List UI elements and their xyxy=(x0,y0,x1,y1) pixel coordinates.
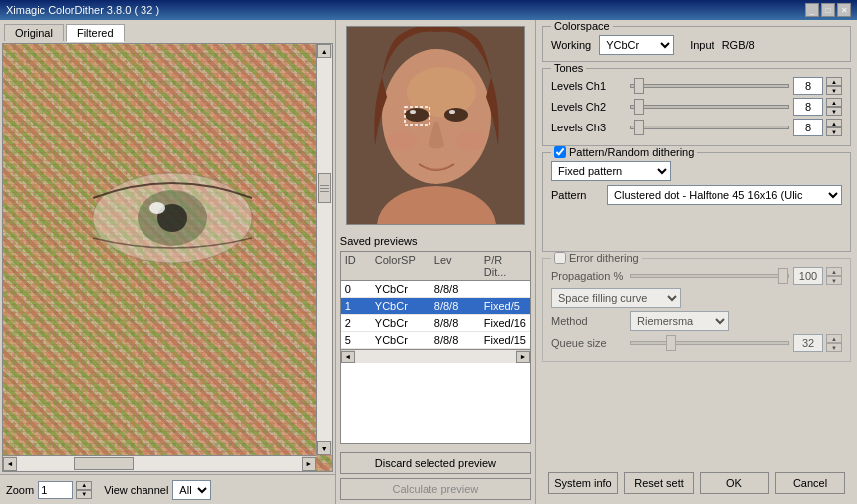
method-label: Method xyxy=(551,315,626,327)
table-row-5[interactable]: 5 YCbCr 8/8/8 Fixed/15 xyxy=(341,332,530,349)
calculate-preview-btn[interactable]: Calculate preview xyxy=(340,478,531,500)
tones-ch1-row: Levels Ch1 8 ▲ ▼ xyxy=(551,77,842,95)
propagation-label: Propagation % xyxy=(551,270,626,282)
ch1-label: Levels Ch1 xyxy=(551,80,626,92)
zoom-label: Zoom xyxy=(6,484,34,496)
scroll-thumb-v[interactable] xyxy=(318,173,331,203)
ch3-up[interactable]: ▲ xyxy=(826,119,842,127)
pattern-select[interactable]: Clustered dot - Halftone 45 16x16 (Ulic … xyxy=(607,185,842,205)
close-btn[interactable]: ✕ xyxy=(837,3,851,17)
scroll-left-btn[interactable]: ◄ xyxy=(3,457,17,471)
propagation-spinner[interactable]: ▲ ▼ xyxy=(826,267,842,285)
scroll-down-btn[interactable]: ▼ xyxy=(317,441,331,455)
colorspace-content: Working YCbCr RGB LAB HSV Input RGB/8 xyxy=(543,27,850,61)
discard-preview-btn[interactable]: Discard selected preview xyxy=(340,452,531,474)
ch1-value: 8 xyxy=(793,77,823,95)
table-scroll-left[interactable]: ◄ xyxy=(341,351,355,363)
table-scroll-right[interactable]: ► xyxy=(516,351,530,363)
zoom-up[interactable]: ▲ xyxy=(76,481,92,490)
horizontal-scrollbar[interactable]: ◄ ► xyxy=(3,455,316,471)
ch1-spinner[interactable]: ▲ ▼ xyxy=(826,77,842,95)
table-scrollbar[interactable]: ◄ ► xyxy=(341,349,530,363)
ch1-down[interactable]: ▼ xyxy=(826,86,842,95)
curve-select[interactable]: Space filling curve Raster Serpentine xyxy=(551,288,681,308)
svg-point-18 xyxy=(456,131,486,151)
ch3-slider-container xyxy=(630,119,789,136)
col-lev: Lev xyxy=(434,254,484,278)
method-select[interactable]: Riemersma Floyd-Steinberg Stucki xyxy=(630,311,729,331)
tones-ch2-row: Levels Ch2 8 ▲ ▼ xyxy=(551,98,842,116)
method-row: Method Riemersma Floyd-Steinberg Stucki xyxy=(551,311,842,331)
svg-point-16 xyxy=(449,110,455,114)
pattern-dithering-group: Pattern/Random dithering Fixed pattern R… xyxy=(542,152,851,252)
error-dithering-content: Propagation % 100 ▲ ▼ Space filling curv… xyxy=(543,259,850,361)
scroll-track-v xyxy=(317,58,332,441)
middle-bottom: Discard selected preview Calculate previ… xyxy=(336,448,535,504)
zoom-input[interactable] xyxy=(38,481,73,499)
ch2-down[interactable]: ▼ xyxy=(826,107,842,116)
queue-up[interactable]: ▲ xyxy=(826,334,842,343)
queue-down[interactable]: ▼ xyxy=(826,343,842,352)
svg-point-8 xyxy=(149,202,165,214)
ch2-spinner[interactable]: ▲ ▼ xyxy=(826,98,842,116)
propagation-row: Propagation % 100 ▲ ▼ xyxy=(551,267,842,285)
zoom-spinner[interactable]: ▲ ▼ xyxy=(76,481,92,499)
col-prdither: P/R Dit... xyxy=(484,254,526,278)
tab-filtered[interactable]: Filtered xyxy=(66,24,125,42)
propagation-slider[interactable] xyxy=(630,274,789,278)
title-bar: Ximagic ColorDither 3.8.0 ( 32 ) _ □ ✕ xyxy=(0,0,857,20)
ch3-slider[interactable] xyxy=(630,126,789,129)
ch3-down[interactable]: ▼ xyxy=(826,127,842,136)
queue-value: 32 xyxy=(793,334,823,352)
ch1-up[interactable]: ▲ xyxy=(826,77,842,86)
error-dithering-checkbox[interactable] xyxy=(554,252,566,264)
minimize-btn[interactable]: _ xyxy=(805,3,819,17)
table-row-2[interactable]: 2 YCbCr 8/8/8 Fixed/16 xyxy=(341,315,530,332)
table-header: ID ColorSP Lev P/R Dit... xyxy=(341,252,530,281)
channel-select[interactable]: All R G B xyxy=(172,480,211,500)
queue-label: Queue size xyxy=(551,337,626,349)
tones-group: Tones Levels Ch1 8 ▲ ▼ Levels Ch2 xyxy=(542,68,851,146)
pattern-type-select[interactable]: Fixed pattern Random pattern Ordered dit… xyxy=(551,161,671,181)
left-panel: Original Filtered xyxy=(0,20,336,504)
vertical-scrollbar[interactable]: ▲ ▼ xyxy=(316,44,332,455)
ok-btn[interactable]: OK xyxy=(700,472,769,494)
error-dithering-title: Error dithering xyxy=(551,252,642,264)
dithered-preview xyxy=(3,44,332,471)
pattern-dithering-checkbox[interactable] xyxy=(554,146,566,158)
ch3-spinner[interactable]: ▲ ▼ xyxy=(826,119,842,136)
queue-row: Queue size 32 ▲ ▼ xyxy=(551,334,842,352)
table-row-0[interactable]: 0 YCbCr 8/8/8 xyxy=(341,281,530,298)
zoom-down[interactable]: ▼ xyxy=(76,490,92,499)
scroll-up-btn[interactable]: ▲ xyxy=(317,44,331,58)
ch2-up[interactable]: ▲ xyxy=(826,98,842,107)
tab-original[interactable]: Original xyxy=(4,24,64,41)
cancel-btn[interactable]: Cancel xyxy=(775,472,845,494)
scroll-right-btn[interactable]: ► xyxy=(302,457,316,471)
input-value: RGB/8 xyxy=(722,39,755,51)
prop-down[interactable]: ▼ xyxy=(826,276,842,285)
saved-previews-section: Saved previews ID ColorSP Lev P/R Dit...… xyxy=(336,231,535,448)
table-scroll-track xyxy=(355,350,516,363)
system-info-btn[interactable]: System info xyxy=(548,472,618,494)
queue-slider[interactable] xyxy=(630,341,789,345)
propagation-value: 100 xyxy=(793,267,823,285)
prop-up[interactable]: ▲ xyxy=(826,267,842,276)
channel-label: View channel xyxy=(104,484,168,496)
h-scroll-thumb[interactable] xyxy=(74,457,134,470)
reset-settings-btn[interactable]: Reset sett xyxy=(624,472,694,494)
working-label: Working xyxy=(551,39,591,51)
col-colorsp: ColorSP xyxy=(375,254,434,278)
svg-point-14 xyxy=(444,108,468,122)
working-select[interactable]: YCbCr RGB LAB HSV xyxy=(599,35,674,55)
queue-spinner[interactable]: ▲ ▼ xyxy=(826,334,842,352)
ch1-slider[interactable] xyxy=(630,84,789,88)
ch1-slider-container xyxy=(630,77,789,95)
pattern-dithering-content: Fixed pattern Random pattern Ordered dit… xyxy=(543,153,850,251)
ch2-slider-container xyxy=(630,98,789,116)
ch2-slider[interactable] xyxy=(630,105,789,109)
error-dithering-group: Error dithering Propagation % 100 ▲ ▼ xyxy=(542,258,851,362)
table-row-1[interactable]: 1 YCbCr 8/8/8 Fixed/5 xyxy=(341,298,530,315)
right-panel: Colorspace Working YCbCr RGB LAB HSV Inp… xyxy=(536,20,857,504)
maximize-btn[interactable]: □ xyxy=(821,3,835,17)
